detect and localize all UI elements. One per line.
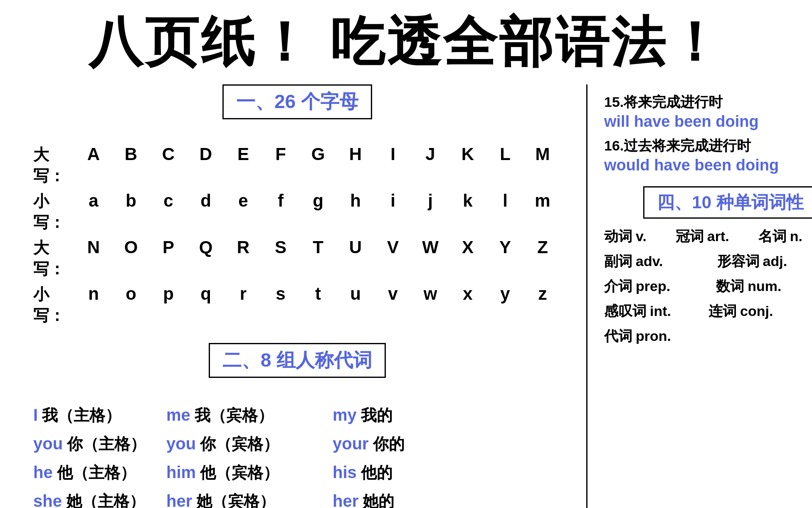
letter-Q: Q — [187, 237, 225, 257]
letter-q: q — [187, 284, 225, 304]
pron-en-my: my — [333, 406, 357, 424]
pronoun-section: 二、8 组人称代词 I 我（主格） me 我（宾格） my 我的 — [33, 343, 561, 508]
letter-X: X — [449, 237, 486, 257]
letter-e: e — [225, 191, 262, 211]
tense-16-num: 16.过去将来完成进行时 — [604, 136, 812, 155]
letter-x: x — [449, 284, 486, 304]
pron-zh-me: 我（宾格） — [195, 405, 274, 426]
pronoun-col3-3: her 她的 — [333, 491, 394, 508]
word-type-row-1: 动词 v. 冠词 art. 名词 n. — [604, 227, 812, 246]
letter-R: R — [225, 237, 262, 257]
letter-c: c — [150, 191, 187, 211]
letter-f: f — [262, 191, 299, 211]
letter-L: L — [486, 144, 524, 164]
letter-H: H — [337, 144, 374, 164]
letter-p: p — [150, 284, 187, 304]
word-type-art: 冠词 art. — [676, 227, 729, 246]
letter-g: g — [299, 191, 337, 211]
pronoun-col2-1: you 你（宾格） — [166, 434, 333, 455]
letter-Y: Y — [486, 237, 524, 257]
upper-label: 大写： — [33, 144, 75, 187]
left-panel: 一、26 个字母 大写： A B C D E F G H I J K — [0, 84, 586, 508]
word-type-conj: 连词 conj. — [708, 302, 773, 321]
letter-y: y — [486, 284, 524, 304]
adj-zh: 形容词 — [717, 252, 760, 271]
word-type-noun: 名词 n. — [758, 227, 802, 246]
pron-en-her-obj: her — [166, 492, 192, 508]
pronoun-col2-2: him 他（宾格） — [166, 462, 333, 483]
letter-C: C — [150, 144, 187, 164]
pron-zh-she: 她（主格） — [66, 491, 145, 508]
letter-M: M — [524, 144, 561, 164]
pron-zh-your: 你的 — [373, 434, 405, 455]
lower-letters-2: n o p q r s t u v w x y z — [75, 284, 561, 304]
letter-N: N — [75, 237, 112, 257]
pron-en-her-poss: her — [333, 492, 358, 508]
upper-letters-1: A B C D E F G H I J K L M — [75, 144, 561, 164]
pron-en-I: I — [33, 406, 38, 424]
int-zh: 感叹词 — [604, 302, 647, 321]
letter-W: W — [412, 237, 449, 257]
alpha-row-lower1: 小写： a b c d e f g h i j k l m — [33, 191, 561, 233]
letter-J: J — [412, 144, 449, 164]
prep-zh: 介词 — [604, 277, 632, 296]
lower-letters-1: a b c d e f g h i j k l m — [75, 191, 561, 211]
art-zh: 冠词 — [676, 227, 704, 246]
letter-k: k — [449, 191, 486, 211]
pronoun-row-2: he 他（主格） him 他（宾格） his 他的 — [33, 462, 561, 483]
conj-en: conj. — [740, 303, 773, 319]
letter-n: n — [75, 284, 112, 304]
word-type-pron: 代词 pron. — [604, 327, 671, 346]
num-zh: 数词 — [716, 277, 744, 296]
pronoun-row-1: you 你（主格） you 你（宾格） your 你的 — [33, 434, 561, 455]
pronoun-col3-0: my 我的 — [333, 405, 392, 426]
letter-B: B — [112, 144, 150, 164]
section4-title-box: 四、10 种单词词性 — [643, 186, 812, 219]
conj-zh: 连词 — [708, 302, 737, 321]
letter-S: S — [262, 237, 299, 257]
section4-title: 四、10 种单词词性 — [657, 192, 803, 212]
lower-label: 小写： — [33, 191, 75, 233]
prep-en: prep. — [636, 278, 670, 294]
pron-zh-his: 他的 — [361, 462, 392, 483]
pron-zh-her-obj: 她（宾格） — [196, 491, 275, 508]
letter-G: G — [299, 144, 337, 164]
pronoun-col2-3: her 她（宾格） — [166, 491, 333, 508]
pron-en-you-obj: you — [166, 434, 196, 453]
word-type-num: 数词 num. — [716, 277, 781, 296]
alpha-row-upper1: 大写： A B C D E F G H I J K L M — [33, 144, 561, 187]
section2-title-box: 二、8 组人称代词 — [209, 343, 386, 378]
tense-16: 16.过去将来完成进行时 would have been doing — [604, 136, 812, 174]
tense-15: 15.将来完成进行时 will have been doing — [604, 93, 812, 131]
letter-h: h — [337, 191, 374, 211]
pron-en-his: his — [333, 463, 357, 482]
word-type-row-5: 代词 pron. — [604, 327, 812, 346]
pronoun-col3-2: his 他的 — [333, 462, 392, 483]
letter-l: l — [486, 191, 524, 211]
letter-r: r — [225, 284, 262, 304]
letter-I: I — [374, 144, 412, 164]
tense-15-num: 15.将来完成进行时 — [604, 93, 812, 112]
upper-letters-2: N O P Q R S T U V W X Y Z — [75, 237, 561, 257]
pron-en-you-subj: you — [33, 434, 63, 453]
word-type-row-3: 介词 prep. 数词 num. — [604, 277, 812, 296]
letter-O: O — [112, 237, 150, 257]
letter-d: d — [187, 191, 225, 211]
letter-w: w — [412, 284, 449, 304]
letter-F: F — [262, 144, 299, 164]
pron-zh-you-subj: 你（主格） — [67, 434, 146, 455]
right-panel: 15.将来完成进行时 will have been doing 16.过去将来完… — [586, 84, 812, 508]
pron-zh-him: 他（宾格） — [200, 462, 279, 483]
pron-zh-I: 我（主格） — [42, 405, 121, 426]
letter-A: A — [75, 144, 112, 164]
letter-v: v — [374, 284, 412, 304]
letter-K: K — [449, 144, 486, 164]
adj-en: adj. — [763, 253, 787, 269]
section1-title-box: 一、26 个字母 — [222, 84, 372, 119]
upper-label-2: 大写： — [33, 237, 75, 280]
verb-zh: 动词 — [604, 227, 632, 246]
letter-E: E — [225, 144, 262, 164]
tense-16-formula: would have been doing — [604, 156, 812, 174]
pron-zh-her-poss: 她的 — [363, 491, 394, 508]
alpha-row-upper2: 大写： N O P Q R S T U V W X Y Z — [33, 237, 561, 280]
